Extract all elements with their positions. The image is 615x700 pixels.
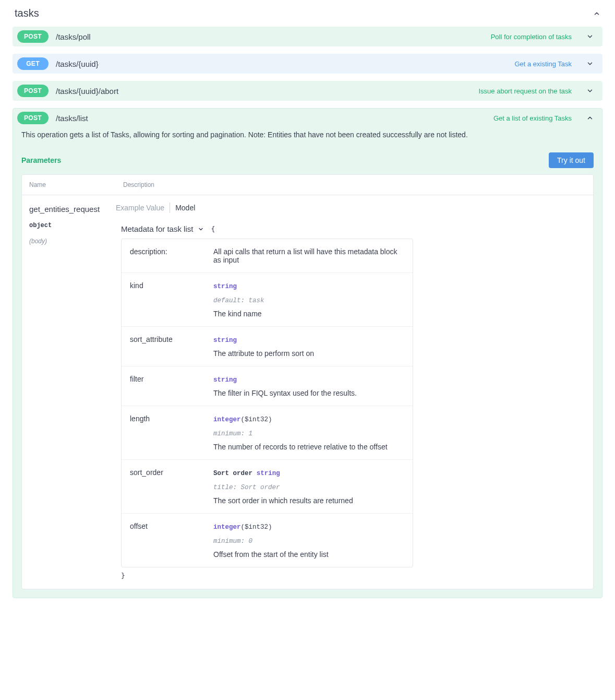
prop-value: Sort order string title: Sort order The …	[213, 468, 404, 505]
prop-type: string	[213, 337, 237, 344]
operation-path: /tasks/list	[56, 114, 88, 123]
model-prop-sort-order: sort_order Sort order string title: Sort…	[122, 460, 413, 514]
prop-value: integer($int32) minimum: 0 Offset from t…	[213, 522, 404, 559]
operation-desc: Get a existing Task	[514, 60, 572, 68]
prop-name: offset	[130, 522, 213, 559]
operation-summary[interactable]: POST /tasks/poll Poll for completion of …	[13, 27, 602, 46]
close-brace: }	[116, 567, 586, 579]
operation-summary[interactable]: POST /tasks/list Get a list of existing …	[13, 109, 602, 127]
chevron-up-icon	[593, 10, 600, 17]
prop-type: integer	[213, 416, 241, 423]
prop-name: sort_attribute	[130, 335, 213, 358]
model-box: description: All api calls that return a…	[121, 239, 413, 567]
section-title: tasks	[15, 7, 39, 19]
prop-value: string default: task The kind name	[213, 281, 404, 318]
prop-value: All api calls that return a list will ha…	[213, 247, 404, 264]
prop-name: description:	[130, 247, 213, 264]
operation-body: This operation gets a list of Tasks, all…	[13, 127, 602, 598]
prop-desc: The kind name	[213, 310, 262, 318]
column-header-description: Description	[116, 175, 162, 195]
operation-desc: Get a list of existing Tasks	[493, 114, 572, 122]
operation-row: POST /tasks/poll Poll for completion of …	[13, 27, 602, 46]
prop-desc: The attribute to perform sort on	[213, 349, 314, 358]
prop-title: Sort order	[213, 470, 252, 477]
prop-value: string The attribute to perform sort on	[213, 335, 404, 358]
chevron-down-icon	[586, 33, 594, 40]
model-title-row[interactable]: Metadata for task list {	[116, 224, 586, 233]
operation-path: /tasks/{uuid}	[56, 60, 99, 68]
parameters-table: Name Description get_entities_request ob…	[21, 174, 594, 589]
parameter-row: get_entities_request object (body) Examp…	[22, 195, 593, 589]
prop-format: ($int32)	[241, 524, 272, 531]
prop-hint: minimum: 1	[213, 430, 252, 437]
operation-intro: This operation gets a list of Tasks, all…	[21, 127, 594, 148]
operation-row-expanded: POST /tasks/list Get a list of existing …	[13, 108, 602, 598]
prop-type: integer	[213, 524, 241, 531]
prop-desc: The filter in FIQL syntax used for the r…	[213, 389, 357, 397]
prop-desc: Offset from the start of the entity list	[213, 550, 329, 559]
chevron-down-icon	[586, 87, 594, 94]
prop-name: length	[130, 414, 213, 451]
prop-hint: minimum: 0	[213, 538, 252, 545]
column-header-name: Name	[22, 175, 116, 195]
operation-summary[interactable]: GET /tasks/{uuid} Get a existing Task	[13, 54, 602, 73]
prop-desc: The number of records to retrieve relati…	[213, 443, 388, 451]
parameter-meta: get_entities_request object (body)	[22, 195, 116, 589]
model-prop-kind: kind string default: task The kind name	[122, 273, 413, 327]
operation-desc: Issue abort request on the task	[479, 87, 572, 95]
model-prop-length: length integer($int32) minimum: 1 The nu…	[122, 406, 413, 460]
method-badge: GET	[17, 57, 49, 70]
prop-type: string	[213, 283, 237, 290]
chevron-down-icon	[197, 226, 204, 233]
body-tabs: Example Value Model	[116, 203, 586, 213]
prop-name: kind	[130, 281, 213, 318]
section-header[interactable]: tasks	[13, 0, 602, 27]
prop-value: integer($int32) minimum: 1 The number of…	[213, 414, 404, 451]
parameter-in: (body)	[29, 238, 108, 245]
prop-type: string	[257, 470, 280, 477]
open-brace: {	[211, 225, 215, 233]
parameter-name: get_entities_request	[29, 205, 108, 213]
prop-value: string The filter in FIQL syntax used fo…	[213, 375, 404, 397]
prop-hint: default: task	[213, 297, 264, 304]
prop-format: ($int32)	[241, 416, 272, 423]
operation-row: GET /tasks/{uuid} Get a existing Task	[13, 54, 602, 74]
parameters-table-head: Name Description	[22, 175, 593, 195]
prop-type: string	[213, 376, 237, 384]
operation-summary[interactable]: POST /tasks/{uuid}/abort Issue abort req…	[13, 81, 602, 100]
model-prop-description: description: All api calls that return a…	[122, 239, 413, 273]
operation-path: /tasks/poll	[56, 32, 91, 41]
prop-desc: The sort order in which results are retu…	[213, 496, 353, 505]
model-prop-filter: filter string The filter in FIQL syntax …	[122, 366, 413, 406]
chevron-down-icon	[586, 60, 594, 67]
model-prop-offset: offset integer($int32) minimum: 0 Offset…	[122, 514, 413, 567]
parameter-body: Example Value Model Metadata for task li…	[116, 195, 593, 589]
try-it-out-button[interactable]: Try it out	[549, 152, 594, 168]
chevron-up-icon	[586, 114, 594, 122]
prop-name: filter	[130, 375, 213, 397]
method-badge: POST	[17, 112, 49, 124]
prop-hint: title: Sort order	[213, 484, 280, 491]
method-badge: POST	[17, 30, 49, 43]
operation-path: /tasks/{uuid}/abort	[56, 87, 118, 96]
model-title: Metadata for task list	[121, 224, 193, 233]
parameter-type: object	[29, 222, 108, 229]
tab-model[interactable]: Model	[170, 203, 200, 213]
prop-name: sort_order	[130, 468, 213, 505]
model-prop-sort-attribute: sort_attribute string The attribute to p…	[122, 327, 413, 366]
operation-desc: Poll for completion of tasks	[491, 33, 572, 41]
tab-example-value[interactable]: Example Value	[116, 203, 170, 213]
method-badge: POST	[17, 85, 49, 97]
parameters-bar: Parameters Try it out	[21, 148, 594, 174]
operation-row: POST /tasks/{uuid}/abort Issue abort req…	[13, 81, 602, 101]
parameters-label: Parameters	[21, 156, 61, 164]
